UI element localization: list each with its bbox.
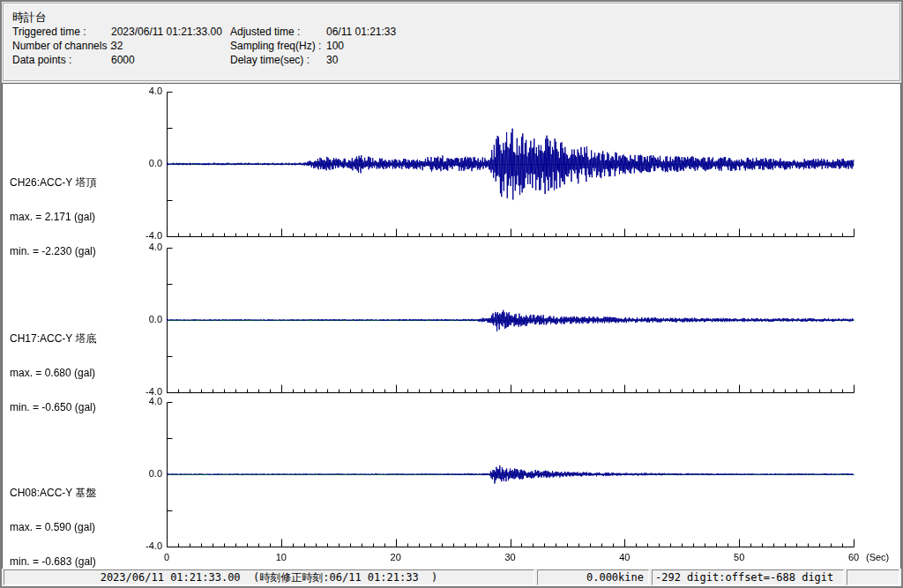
chart-area: CH26:ACC-Y 塔頂 max. = 2.171 (gal) min. = … bbox=[2, 83, 901, 570]
app-window: 時計台 Triggered time : 2023/06/11 01:21:33… bbox=[0, 0, 903, 588]
station-title: 時計台 bbox=[12, 10, 47, 26]
num-channels-value: 32 bbox=[111, 40, 123, 52]
status-kine-panel: 0.000kine bbox=[537, 569, 649, 585]
sampling-freq-label: Sampling freq(Hz) : bbox=[230, 40, 321, 52]
channel-max-value: max. = 0.680 (gal) bbox=[10, 368, 168, 379]
channel-label-block: CH17:ACC-Y 塔底 max. = 0.680 (gal) min. = … bbox=[10, 310, 168, 436]
channel-max-value: max. = 2.171 (gal) bbox=[10, 212, 168, 223]
adjusted-time-label: Adjusted time : bbox=[230, 26, 300, 38]
channel-name: CH08:ACC-Y 基盤 bbox=[10, 488, 168, 499]
triggered-time-label: Triggered time : bbox=[12, 26, 86, 38]
data-points-label: Data points : bbox=[12, 54, 71, 66]
num-channels-label: Number of channels : bbox=[12, 40, 113, 52]
delay-time-value: 30 bbox=[326, 54, 338, 66]
status-bar: 2023/06/11 01:21:33.00 (時刻修正時刻:06/11 01:… bbox=[2, 569, 901, 586]
header-panel: 時計台 Triggered time : 2023/06/11 01:21:33… bbox=[3, 3, 900, 81]
status-empty-panel bbox=[847, 569, 899, 585]
status-digit-value: -292 digit:offset=-688 digit bbox=[655, 571, 833, 584]
delay-time-label: Delay time(sec) : bbox=[230, 54, 310, 66]
channel-min-value: min. = -0.650 (gal) bbox=[10, 402, 168, 413]
channel-name: CH17:ACC-Y 塔底 bbox=[10, 333, 168, 345]
header-row: Data points : 6000 Delay time(sec) : 30 bbox=[4, 54, 899, 66]
header-row: Triggered time : 2023/06/11 01:21:33.00 … bbox=[4, 26, 899, 38]
status-digit-panel: -292 digit:offset=-688 digit bbox=[652, 569, 844, 585]
status-time-text: 2023/06/11 01:21:33.00 (時刻修正時刻:06/11 01:… bbox=[101, 570, 438, 585]
status-time-panel: 2023/06/11 01:21:33.00 (時刻修正時刻:06/11 01:… bbox=[4, 569, 534, 585]
data-points-value: 6000 bbox=[111, 54, 135, 66]
channel-name: CH26:ACC-Y 塔頂 bbox=[10, 177, 168, 189]
status-kine-value: 0.000kine bbox=[586, 571, 644, 584]
triggered-time-value: 2023/06/11 01:21:33.00 bbox=[111, 26, 222, 38]
channel-max-value: max. = 0.590 (gal) bbox=[10, 522, 168, 533]
adjusted-time-value: 06/11 01:21:33 bbox=[326, 26, 396, 38]
header-row: Number of channels : 32 Sampling freq(Hz… bbox=[4, 40, 899, 52]
sampling-freq-value: 100 bbox=[326, 40, 344, 52]
channel-min-value: min. = -0.683 (gal) bbox=[10, 556, 168, 568]
channel-min-value: min. = -2.230 (gal) bbox=[10, 246, 168, 257]
channel-label-block: CH26:ACC-Y 塔頂 max. = 2.171 (gal) min. = … bbox=[10, 154, 168, 280]
